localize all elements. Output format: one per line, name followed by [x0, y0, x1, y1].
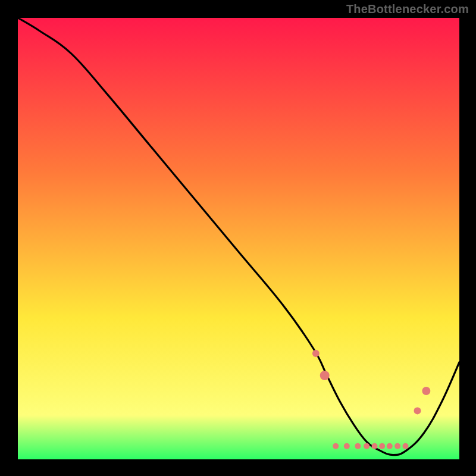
data-marker	[379, 443, 385, 449]
chart-stage: { "attribution": "TheBottlenecker.com", …	[0, 0, 476, 476]
data-marker	[387, 443, 393, 449]
chart-svg	[0, 0, 476, 476]
data-marker	[333, 443, 339, 449]
data-marker	[402, 443, 408, 449]
data-marker	[394, 443, 400, 449]
data-marker	[372, 443, 378, 449]
attribution-text: TheBottlenecker.com	[346, 2, 469, 16]
data-marker	[414, 407, 421, 414]
data-marker	[320, 371, 330, 380]
data-marker	[422, 387, 430, 395]
data-marker	[344, 443, 350, 449]
data-marker	[355, 443, 361, 449]
plot-background	[18, 18, 459, 459]
data-marker	[312, 350, 320, 357]
data-marker	[364, 443, 369, 449]
